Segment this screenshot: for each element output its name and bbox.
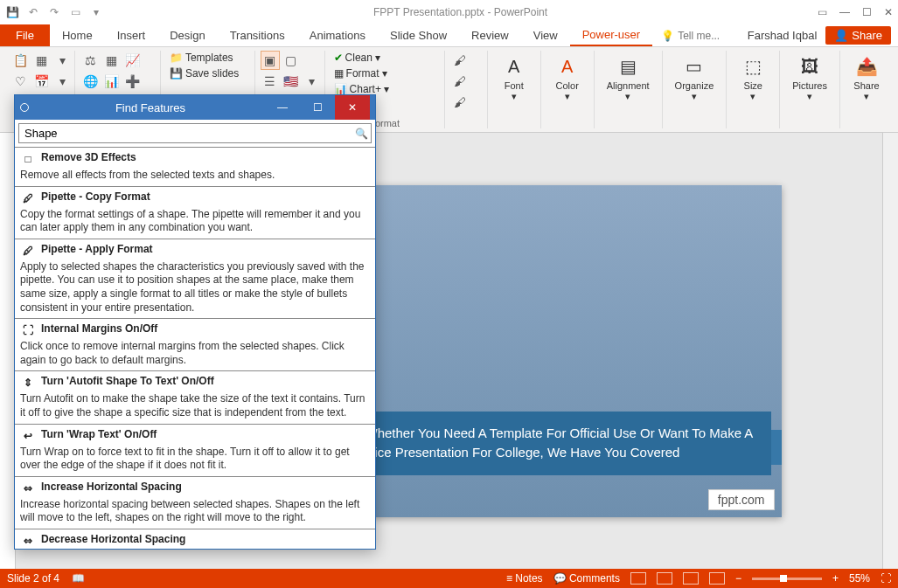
feature-description: Remove all effects from the selected tex…: [20, 169, 370, 183]
feature-description: Copy the format settings of a shape. The…: [20, 208, 370, 235]
zoom-level[interactable]: 55%: [849, 572, 870, 585]
saveslides-button[interactable]: 💾Save slides: [166, 66, 242, 80]
tab-file[interactable]: File: [0, 24, 50, 46]
sorter-view-icon[interactable]: [657, 572, 672, 585]
format-button[interactable]: ▦Format ▾: [331, 66, 393, 80]
tab-design[interactable]: Design: [157, 24, 217, 46]
share-button[interactable]: 👤Share: [825, 26, 891, 45]
zoom-out-button[interactable]: −: [735, 572, 741, 585]
dialog-close-button[interactable]: ✕: [335, 95, 370, 120]
feature-title: Internal Margins On/Off: [41, 322, 157, 335]
qat-dropdown-icon[interactable]: ▾: [89, 5, 103, 19]
list-icon[interactable]: ☰: [261, 72, 280, 91]
feature-item[interactable]: ↩Turn 'Wrap Text' On/OffTurn Wrap on to …: [15, 425, 375, 477]
search-input[interactable]: [19, 124, 352, 142]
layout-icon[interactable]: ▦: [31, 51, 51, 70]
person-icon: 👤: [834, 29, 848, 42]
pictures-button[interactable]: 🖼Pictures▾: [785, 51, 834, 104]
color-button[interactable]: AColor▾: [546, 51, 588, 104]
start-icon[interactable]: ▭: [68, 5, 82, 19]
brush2-icon[interactable]: 🖌: [450, 72, 470, 91]
reading-view-icon[interactable]: [683, 572, 699, 585]
templates-button[interactable]: 📁Templates: [166, 51, 242, 65]
heart-icon[interactable]: ♡: [10, 72, 30, 91]
format-icon: ▦: [334, 67, 344, 80]
search-icon[interactable]: 🔍: [352, 124, 371, 142]
dialog-titlebar[interactable]: Find Features — ☐ ✕: [15, 95, 375, 120]
dialog-minimize-icon[interactable]: —: [265, 101, 300, 114]
brush-icon[interactable]: 🖌: [450, 51, 470, 70]
zoom-slider[interactable]: [752, 578, 822, 580]
tab-insert[interactable]: Insert: [105, 24, 158, 46]
tab-animations[interactable]: Animations: [297, 24, 378, 46]
plus-icon[interactable]: ➕: [122, 72, 142, 91]
feature-title: Decrease Horizontal Spacing: [41, 533, 185, 545]
feature-item[interactable]: ⛶Internal Margins On/OffClick once to re…: [15, 319, 375, 371]
pictures-icon: 🖼: [796, 52, 824, 80]
feature-item[interactable]: 🖊Pipette - Copy FormatCopy the format se…: [15, 187, 375, 239]
agenda-icon[interactable]: 📋: [10, 51, 30, 70]
spellcheck-icon[interactable]: 📖: [72, 572, 85, 585]
redo-icon[interactable]: ↷: [47, 5, 61, 19]
chart-icon[interactable]: 📈: [122, 51, 142, 70]
title-bar: 💾 ↶ ↷ ▭ ▾ FPPT Presentation.pptx - Power…: [0, 0, 898, 24]
maximize-icon[interactable]: ☐: [862, 6, 872, 18]
save-icon[interactable]: 💾: [5, 5, 19, 19]
tab-review[interactable]: Review: [459, 24, 521, 46]
tab-home[interactable]: Home: [50, 24, 105, 46]
bulb-icon: 💡: [661, 30, 674, 42]
tab-slideshow[interactable]: Slide Show: [378, 24, 459, 46]
flag-icon[interactable]: 🇺🇸: [282, 72, 301, 91]
feature-description: Click once to remove internal margins fr…: [20, 340, 370, 367]
brush3-icon[interactable]: 🖌: [450, 93, 470, 112]
tab-poweruser[interactable]: Power-user: [570, 24, 652, 46]
undo-icon[interactable]: ↶: [26, 5, 40, 19]
feature-icon: ⛶: [20, 322, 36, 338]
dropdown-icon[interactable]: ▾: [52, 72, 72, 91]
slideshow-view-icon[interactable]: [709, 572, 725, 585]
dialog-title-text: Find Features: [36, 101, 265, 114]
share-ribbon-button[interactable]: 📤Share▾: [846, 51, 888, 104]
window-title: FPPT Presentation.pptx - PowerPoint: [103, 6, 818, 18]
minimize-icon[interactable]: —: [839, 6, 850, 18]
feature-title: Remove 3D Effects: [41, 151, 136, 163]
slide-counter[interactable]: Slide 2 of 4: [7, 572, 59, 585]
clean-button[interactable]: ✔Clean ▾: [331, 51, 393, 65]
feature-icon: ⇔: [20, 533, 36, 549]
feature-item[interactable]: ⇔Increase Horizontal SpacingIncrease hor…: [15, 477, 375, 529]
close-icon[interactable]: ✕: [884, 6, 893, 18]
align-center-icon[interactable]: ▢: [282, 51, 301, 70]
dropdown-icon[interactable]: ▾: [52, 51, 72, 70]
feature-item[interactable]: ⇕Turn 'Autofit Shape To Text' On/OffTurn…: [15, 371, 375, 424]
alignment-button[interactable]: ▤Alignment▾: [600, 51, 657, 104]
size-button[interactable]: ⬚Size▾: [732, 51, 774, 104]
table-icon[interactable]: ▦: [101, 51, 121, 70]
dialog-maximize-icon[interactable]: ☐: [300, 101, 335, 114]
bar-chart-icon[interactable]: 📊: [101, 72, 121, 91]
ribbon-options-icon[interactable]: ▭: [818, 6, 827, 18]
feature-icon: 🖊: [20, 243, 36, 259]
feature-item[interactable]: 🖊Pipette - Apply FormatApply to selected…: [15, 239, 375, 319]
feature-item[interactable]: ⇔Decrease Horizontal SpacingDecrease hor…: [15, 529, 375, 549]
scales-icon[interactable]: ⚖: [80, 51, 100, 70]
calendar-icon[interactable]: 📅: [31, 72, 51, 91]
tab-view[interactable]: View: [521, 24, 570, 46]
tell-me-search[interactable]: 💡Tell me...: [661, 30, 720, 42]
font-button[interactable]: AFont▾: [493, 51, 535, 104]
comments-button[interactable]: 💬 Comments: [553, 572, 620, 585]
feature-list[interactable]: □Remove 3D EffectsRemove all effects fro…: [15, 147, 375, 549]
dropdown-icon[interactable]: ▾: [303, 72, 322, 91]
vertical-scrollbar[interactable]: [882, 133, 898, 569]
tab-transitions[interactable]: Transitions: [218, 24, 297, 46]
feature-item[interactable]: □Remove 3D EffectsRemove all effects fro…: [15, 148, 375, 187]
organize-button[interactable]: ▭Organize▾: [668, 51, 721, 104]
zoom-in-button[interactable]: +: [832, 572, 839, 585]
user-name[interactable]: Farshad Iqbal: [748, 29, 818, 42]
ribbon-tabs: File Home Insert Design Transitions Anim…: [0, 24, 898, 47]
notes-button[interactable]: ≡ Notes: [506, 572, 543, 585]
status-bar: Slide 2 of 4 📖 ≡ Notes 💬 Comments − + 55…: [0, 569, 898, 588]
fit-window-icon[interactable]: ⛶: [881, 572, 891, 585]
globe-icon[interactable]: 🌐: [80, 72, 100, 91]
normal-view-icon[interactable]: [630, 572, 646, 585]
align-left-icon[interactable]: ▣: [261, 51, 280, 70]
